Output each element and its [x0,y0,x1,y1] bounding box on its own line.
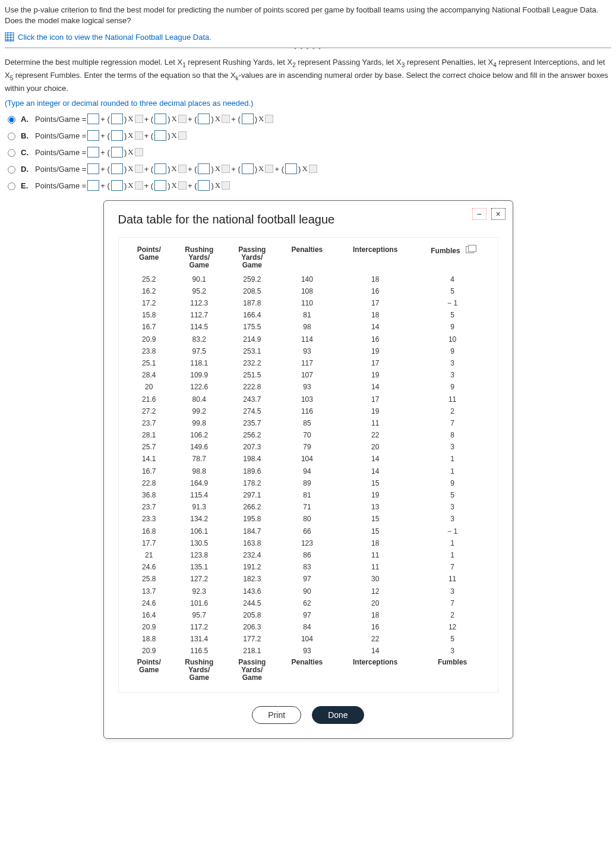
table-cell: 207.3 [226,441,279,453]
table-cell: 97.5 [172,345,226,357]
intercept-input[interactable] [87,130,99,141]
table-cell: 66 [278,525,336,537]
table-row: 23.791.3266.271133 [126,501,491,513]
data-link[interactable]: Click the icon to view the National Foot… [5,32,611,42]
sub-input[interactable] [178,131,187,140]
print-button[interactable]: Print [252,706,301,724]
coef-input[interactable] [111,163,123,174]
instructions: Determine the best multiple regression m… [5,56,611,94]
table-cell: 256.2 [226,429,279,441]
table-cell: 80 [278,513,336,525]
table-cell: 91.3 [172,501,226,513]
table-cell: 109.9 [172,369,226,381]
nfl-data-table: Points/GameRushingYards/GamePassingYards… [126,245,491,685]
table-cell: 90.1 [172,273,226,285]
coef-input[interactable] [154,114,166,124]
coef-input[interactable] [198,114,210,124]
sub-input[interactable] [135,148,143,156]
table-cell: 86 [278,549,336,561]
table-cell: − 1 [415,297,491,309]
table-cell: 127.2 [172,573,226,585]
table-row: 24.6135.1191.283117 [126,561,491,573]
modal-title: Data table for the national football lea… [118,213,498,226]
table-cell: 23.7 [126,417,173,429]
table-row: 16.798.8189.694141 [126,465,491,477]
sub-input[interactable] [222,181,230,190]
table-cell: 143.6 [226,585,279,597]
sub-input[interactable] [265,115,273,123]
table-cell: 23.7 [126,501,173,513]
coef-input[interactable] [111,114,123,124]
table-cell: 24.6 [126,561,173,573]
table-cell: 14 [336,453,415,465]
table-cell: 19 [336,345,415,357]
coef-input[interactable] [154,130,166,141]
close-button[interactable]: × [491,208,506,220]
table-cell: 122.6 [172,381,226,393]
coef-input[interactable] [111,180,123,191]
rounding-hint: (Type an integer or decimal rounded to t… [5,99,611,108]
radio-b[interactable] [8,133,15,140]
table-cell: 101.6 [172,597,226,609]
table-cell: 81 [278,489,336,501]
sub-input[interactable] [309,165,317,173]
table-row: 15.8112.7166.481185 [126,309,491,321]
sub-input[interactable] [135,165,143,173]
table-row: 28.4109.9251.5107193 [126,369,491,381]
table-cell: 178.2 [226,477,279,489]
coef-input[interactable] [285,163,297,174]
coef-input[interactable] [242,163,254,174]
table-row: 16.495.7205.897182 [126,609,491,621]
coef-input[interactable] [111,130,123,141]
intercept-input[interactable] [87,180,99,191]
coef-input[interactable] [242,114,254,124]
choice-b[interactable]: B. Points/Game = + ( ) X + ( ) X [5,130,611,141]
table-cell: 18 [336,273,415,285]
table-cell: 243.7 [226,393,279,405]
radio-a[interactable] [8,116,15,124]
coef-input[interactable] [198,163,210,174]
choice-e[interactable]: E. Points/Game = + ( ) X + ( ) X + ( ) X [5,180,611,191]
sub-input[interactable] [178,165,187,173]
radio-c[interactable] [8,149,15,157]
done-button[interactable]: Done [312,706,364,724]
coef-input[interactable] [154,180,166,191]
sub-input[interactable] [265,165,273,173]
table-cell: 1 [415,537,491,549]
sub-input[interactable] [222,115,230,123]
table-cell: 20 [126,381,173,393]
choice-d[interactable]: D. Points/Game = + ( ) X + ( ) X + ( ) X… [5,163,611,174]
coef-input[interactable] [198,180,210,191]
radio-d[interactable] [8,166,15,174]
table-cell: 85 [278,417,336,429]
sub-input[interactable] [178,181,187,190]
radio-e[interactable] [8,182,15,190]
table-row: 23.799.8235.785117 [126,417,491,429]
intercept-input[interactable] [87,163,99,174]
table-cell: 3 [415,645,491,657]
table-cell: 16 [336,285,415,297]
sub-input[interactable] [135,181,143,190]
minimize-button[interactable]: − [472,208,487,220]
choice-a[interactable]: A. Points/Game = + ( ) X + ( ) X + ( ) X… [5,114,611,124]
sub-input[interactable] [178,115,187,123]
intercept-input[interactable] [87,147,99,158]
copy-icon[interactable] [466,246,474,253]
col-footer: Points/Game [126,657,173,686]
table-cell: 11 [415,393,491,405]
intercept-input[interactable] [87,114,99,124]
table-cell: 94 [278,465,336,477]
coef-input[interactable] [111,147,123,158]
sub-input[interactable] [222,165,230,173]
sub-input[interactable] [135,131,143,140]
coef-input[interactable] [154,163,166,174]
table-cell: 3 [415,585,491,597]
table-cell: 17 [336,393,415,405]
table-cell: 90 [278,585,336,597]
sub-input[interactable] [135,115,143,123]
table-cell: 15 [336,525,415,537]
choice-c[interactable]: C. Points/Game = + ( ) X [5,147,611,158]
table-cell: 114.5 [172,321,226,333]
table-cell: 9 [415,381,491,393]
table-cell: 175.5 [226,321,279,333]
